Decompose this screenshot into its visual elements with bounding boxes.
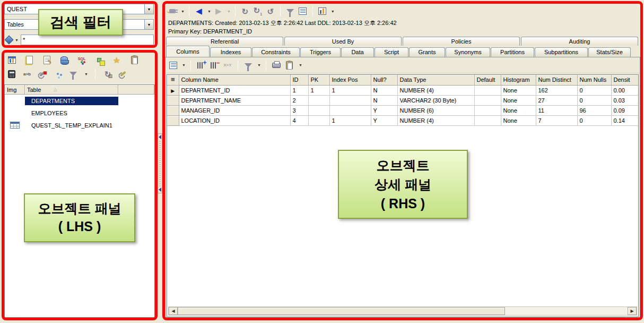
chevron-down-icon[interactable]: ▼ [331, 10, 335, 13]
row-selector[interactable] [167, 95, 179, 105]
rebuild-table-icon[interactable] [37, 69, 48, 79]
connection-plug-icon[interactable] [167, 6, 178, 16]
chevron-down-icon[interactable]: ▼ [207, 10, 211, 13]
refresh-icon[interactable]: ↺ [265, 6, 276, 16]
table-row[interactable]: ▶ DEPARTMENT_ID 1 1 1 N NUMBER (4) None … [167, 85, 639, 95]
chevron-down-icon[interactable]: ▼ [144, 20, 153, 29]
sql-icon[interactable]: SQL [76, 55, 87, 65]
tab-script[interactable]: Script [375, 47, 408, 57]
filter-icon[interactable] [243, 60, 254, 71]
tab-constraints[interactable]: Constraints [252, 47, 300, 57]
column-header-table[interactable]: Table △ [25, 85, 118, 95]
list-item[interactable]: EMPLOYEES [5, 107, 154, 119]
filter-icon[interactable] [285, 6, 295, 16]
col-header-num-distinct[interactable]: Num Distinct [536, 75, 577, 85]
schema-browser-glyph [8, 56, 16, 64]
chevron-down-icon[interactable]: ▼ [15, 38, 19, 42]
scroll-right-icon[interactable]: ▶ [628, 307, 637, 315]
alter-object-icon[interactable]: ✎ [41, 55, 52, 65]
grid-menu-icon[interactable]: ≡ [167, 75, 179, 85]
col-header-default[interactable]: Default [474, 75, 501, 85]
rename-icon[interactable]: a=b [22, 69, 32, 79]
copy-data-icon[interactable] [59, 55, 69, 65]
analyze-icon[interactable] [53, 69, 63, 79]
tab-referential[interactable]: Referential [166, 37, 283, 46]
list-item[interactable]: DEPARTMENTS [5, 95, 154, 107]
col-header-density[interactable]: Densit [611, 75, 639, 85]
report-chart-icon[interactable] [317, 6, 328, 16]
filter-flash-icon[interactable] [4, 35, 14, 45]
pencil-glyph: ✎ [48, 59, 52, 65]
details-view-icon[interactable] [298, 6, 308, 16]
row-selector[interactable]: ▶ [167, 85, 179, 95]
cell-histogram: None [501, 95, 536, 105]
col-header-pk[interactable]: PK [308, 75, 329, 85]
tab-grants[interactable]: Grants [409, 47, 445, 57]
cell-column-name: LOCATION_ID [179, 115, 290, 125]
list-item[interactable]: QUEST_SL_TEMP_EXPLAIN1 [5, 119, 154, 131]
tab-triggers[interactable]: Triggers [300, 47, 341, 57]
tab-indexes[interactable]: Indexes [210, 47, 251, 57]
chevron-down-icon[interactable]: ▼ [181, 10, 185, 13]
tab-synonyms[interactable]: Synonyms [446, 47, 490, 57]
compare-schemas-icon[interactable] [94, 55, 105, 65]
col-header-data-type[interactable]: Data Type [397, 75, 474, 85]
plug-glyph [169, 9, 176, 13]
rebuild-multiple-icon[interactable]: ↻▤ [102, 69, 113, 79]
calculator-icon[interactable] [6, 69, 17, 79]
col-header-column-name[interactable]: Column Name [179, 75, 290, 85]
chevron-down-icon[interactable]: ▼ [299, 63, 302, 67]
chevron-down-icon[interactable]: ▼ [257, 63, 261, 67]
tab-stats-size[interactable]: Stats/Size [588, 47, 631, 57]
chevron-down-icon[interactable]: ▼ [84, 72, 88, 76]
tab-policies[interactable]: Policies [403, 37, 520, 46]
scrollbar-track[interactable] [505, 307, 628, 315]
script-jobs-icon[interactable] [129, 55, 140, 65]
back-icon[interactable]: ◀ [194, 6, 204, 16]
drop-column-icon[interactable]: – [209, 60, 220, 71]
col-header-id[interactable]: ID [290, 75, 308, 85]
col-header-histogram[interactable]: Histogram [501, 75, 536, 85]
splitter-grip[interactable] [159, 140, 161, 186]
refresh-one-icon[interactable]: ↻1 [253, 6, 263, 16]
collapse-left-icon[interactable] [159, 188, 161, 192]
favorites-icon[interactable]: ★ [111, 55, 122, 65]
row-selector[interactable] [167, 115, 179, 125]
tab-columns[interactable]: Columns [166, 46, 210, 57]
chevron-down-icon[interactable]: ▼ [144, 4, 153, 14]
col-header-index-pos[interactable]: Index Pos [329, 75, 371, 85]
tab-used-by[interactable]: Used By [284, 37, 402, 46]
refresh-all-icon[interactable]: ↻ [240, 6, 250, 16]
panel-splitter[interactable] [158, 133, 162, 193]
tab-data[interactable]: Data [341, 47, 374, 57]
filter-icon[interactable] [68, 69, 79, 79]
columns-toolbar: ▼ + – X>Y ▼ ▼ [166, 57, 640, 73]
col-header-null[interactable]: Null? [371, 75, 397, 85]
forward-icon[interactable]: ▶ [213, 6, 224, 16]
cell-data-type: NUMBER (6) [397, 105, 474, 115]
refresh-glyph: ↺ [267, 7, 274, 15]
copy-to-clipboard-icon[interactable] [284, 60, 295, 71]
grid-options-icon[interactable] [168, 60, 178, 71]
collapse-left-icon[interactable] [159, 135, 161, 139]
add-column-icon[interactable]: + [196, 60, 206, 71]
tab-partitions[interactable]: Partitions [491, 47, 534, 57]
cell-num-distinct: 7 [536, 115, 577, 125]
col-header-num-nulls[interactable]: Num Nulls [577, 75, 611, 85]
table-row[interactable]: DEPARTMENT_NAME 2 N VARCHAR2 (30 Byte) N… [167, 95, 639, 105]
name-filter-input[interactable] [21, 35, 154, 45]
new-object-icon[interactable] [24, 55, 34, 65]
table-row[interactable]: MANAGER_ID 3 Y NUMBER (6) None 11 96 0.0… [167, 105, 639, 115]
tab-auditing[interactable]: Auditing [521, 37, 638, 46]
schema-browser-icon[interactable] [6, 55, 17, 65]
chevron-down-icon[interactable]: ▼ [182, 63, 186, 67]
row-selector[interactable] [167, 105, 179, 115]
cleanup-axe-icon[interactable] [118, 69, 128, 79]
table-row[interactable]: LOCATION_ID 4 1 Y NUMBER (4) None 7 0 0.… [167, 115, 639, 125]
column-header-img[interactable]: Img [5, 85, 25, 95]
horizontal-scrollbar[interactable]: ◀ ▶ [168, 307, 637, 316]
print-icon[interactable] [271, 60, 282, 71]
scroll-left-icon[interactable]: ◀ [169, 307, 178, 315]
tab-subpartitions[interactable]: Subpartitions [535, 47, 588, 57]
scrollbar-thumb[interactable] [178, 307, 505, 315]
